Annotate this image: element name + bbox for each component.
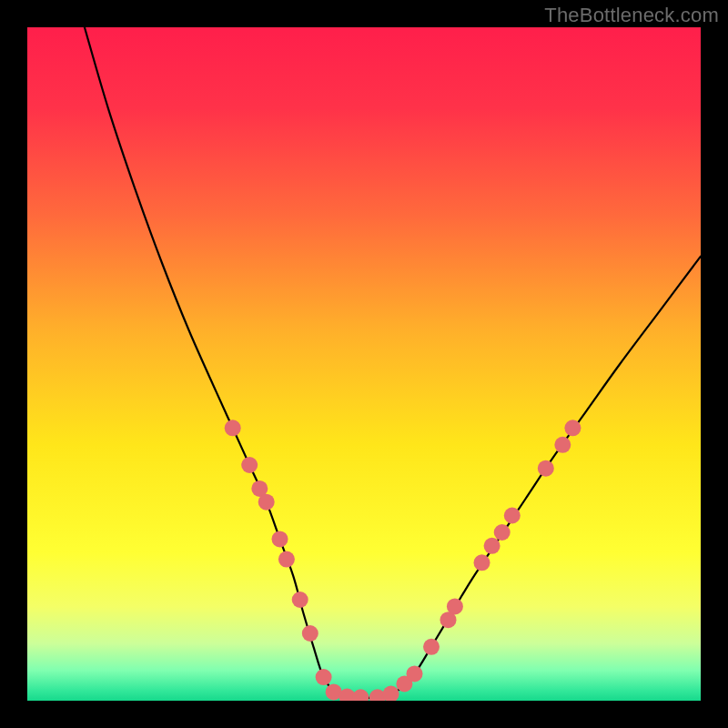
bottleneck-curve	[85, 27, 701, 698]
chart-frame: TheBottleneck.com	[0, 0, 728, 728]
data-marker	[423, 639, 440, 655]
watermark-text: TheBottleneck.com	[544, 4, 719, 27]
plot-area	[27, 27, 701, 701]
data-marker	[538, 460, 554, 477]
data-marker	[554, 437, 571, 453]
data-marker	[225, 420, 241, 436]
data-marker	[302, 625, 318, 642]
data-marker	[494, 524, 511, 541]
data-marker	[258, 494, 275, 511]
data-marker	[504, 508, 521, 524]
data-marker	[316, 669, 332, 685]
curve-layer	[27, 27, 701, 701]
data-markers	[225, 420, 581, 701]
data-marker	[383, 686, 399, 701]
data-marker	[292, 592, 308, 608]
data-marker	[272, 531, 288, 547]
data-marker	[407, 665, 423, 682]
data-marker	[278, 551, 295, 568]
data-marker	[447, 598, 463, 614]
data-marker	[352, 689, 369, 701]
data-marker	[564, 420, 581, 436]
data-marker	[484, 538, 500, 554]
data-marker	[474, 554, 490, 571]
data-marker	[241, 457, 258, 473]
